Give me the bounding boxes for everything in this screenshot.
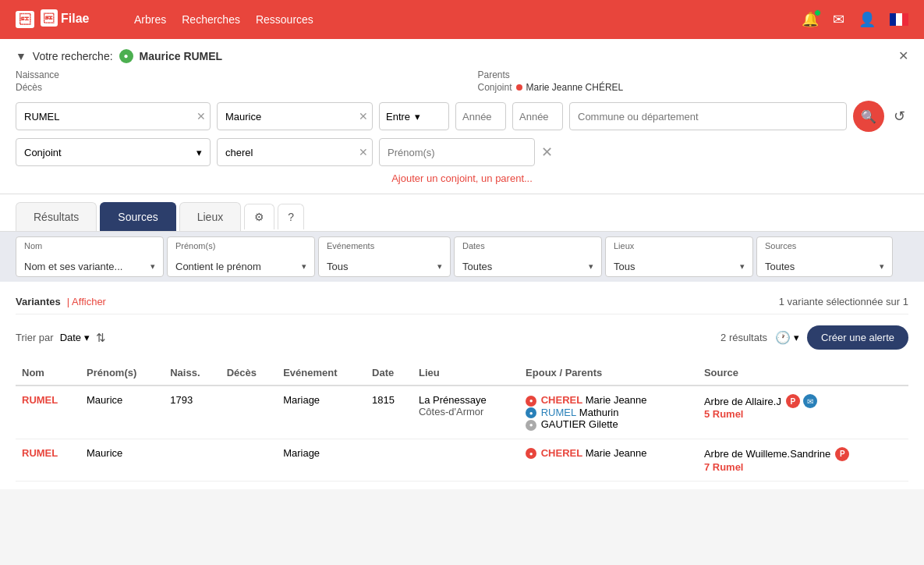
conjoint-name: Marie Jeanne CHÉREL [526,82,624,93]
trier-chevron [84,332,90,343]
col-evenement: Evénement [277,361,366,386]
mail-header-icon[interactable]: ✉ [833,11,844,28]
row2-naissance [164,439,220,481]
naissance-label: Naissance [16,69,447,80]
filter-lieux[interactable]: Lieux Tous [605,236,753,277]
filter-sources-inner: Toutes [765,261,884,272]
rumel-link-1[interactable]: RUMEL [541,407,577,418]
filter-evenements[interactable]: Evénements Tous [318,236,451,277]
header-icons: 🔔 ✉ 👤 [802,11,908,28]
relation-select[interactable]: Conjoint [16,138,211,166]
flag-white [896,13,902,26]
parents-label: Parents [478,69,909,80]
col-prenom: Prénom(s) [80,361,164,386]
row1-nom-link[interactable]: RUMEL [22,394,58,406]
svg-text:Filae: Filae [61,12,90,25]
language-flag[interactable] [890,13,908,26]
person-icon: ● [119,49,133,63]
commune-input[interactable] [569,102,847,130]
filter-tab-icon[interactable]: ⚙ [244,204,274,229]
prenom-clear-button[interactable]: ✕ [359,110,368,123]
nom-clear-button[interactable]: ✕ [196,110,206,123]
source-mail-icon-1[interactable]: ✉ [803,394,817,408]
nom-input[interactable] [16,102,211,130]
annee1-input[interactable] [455,102,506,130]
history-select[interactable]: 🕐 [775,330,799,345]
table-body: RUMEL Maurice 1793 Mariage 1815 La Préne… [16,386,908,481]
row2-deces [221,439,277,481]
entre-label: Entre [386,111,410,123]
row2-prenom: Maurice [80,439,164,481]
conjoint-row-clear-button[interactable]: ✕ [541,144,553,161]
conjoint-prenom-input[interactable] [379,138,535,166]
close-search-button[interactable]: ✕ [898,48,908,63]
col-date: Date [366,361,412,386]
conjoint-nom-input[interactable] [217,138,373,166]
filter-evt-inner: Tous [327,261,442,272]
filter-nom-label: Nom [24,241,42,251]
reset-button[interactable]: ↺ [890,105,908,128]
tab-sources[interactable]: Sources [100,202,175,231]
tab-lieux[interactable]: Lieux [179,202,241,231]
filters-bar: Nom Nom et ses variante... Prénom(s) Con… [0,232,924,282]
row2-nom-link[interactable]: RUMEL [22,447,58,459]
nav-arbres[interactable]: Arbres [134,13,166,26]
history-icon: 🕐 [775,330,791,345]
col-epoux: Epoux / Parents [519,361,698,386]
flag-blue [890,13,896,26]
search-button[interactable]: 🔍 [853,101,884,132]
deces-label: Décès [16,82,42,93]
variantes-afficher-link[interactable]: | Afficher [67,296,106,307]
user-icon[interactable]: 👤 [859,11,876,28]
row1-nom[interactable]: RUMEL [16,386,80,439]
entre-select[interactable]: Entre [379,102,449,130]
conjoint-nom-clear[interactable]: ✕ [359,146,368,158]
row2-nom[interactable]: RUMEL [16,439,80,481]
filter-prenom[interactable]: Prénom(s) Contient le prénom [167,236,315,277]
entre-chevron [415,111,420,123]
history-chevron [794,332,799,343]
nav-ressources[interactable]: Ressources [256,13,313,26]
source-num-2[interactable]: 7 Rumel [704,461,744,473]
row2-source-num: 7 Rumel [704,461,902,473]
add-conjoint-link[interactable]: Ajouter un conjoint, un parent... [16,172,908,184]
sort-direction-icon[interactable]: ⇅ [96,331,106,345]
source-num-1[interactable]: 5 Rumel [704,408,744,420]
collapse-chevron[interactable]: ▼ [16,50,27,62]
filter-nom-value: Nom et ses variante... [24,261,122,272]
filter-evt-chevron [437,261,442,272]
nav-recherches[interactable]: Recherches [182,13,240,26]
filter-sources-value: Toutes [765,261,795,272]
filter-dates-inner: Toutes [462,261,593,272]
help-tab-icon[interactable]: ? [278,204,304,229]
parent3: ● GAUTIER Gilette [526,418,692,431]
notification-icon[interactable]: 🔔 [802,11,819,28]
annee2-input[interactable] [512,102,563,130]
person-gray-icon-1: ● [526,420,536,431]
filter-lieux-value: Tous [614,261,635,272]
row2-source-row: Arbre de Wuilleme.Sandrine P [704,447,902,461]
row2-lieu [412,439,519,481]
logo[interactable]:  ​  Filae [16,7,111,33]
source-badge-p-1: P [786,394,800,408]
nom-input-wrap: ✕ [16,102,211,130]
row1-evenement: Mariage [277,386,366,439]
notification-dot [814,9,821,16]
trier-bar: Trier par Date ⇅ 2 résultats 🕐 Créer une… [16,321,908,354]
trier-label: Trier par [16,332,54,343]
create-alert-button[interactable]: Créer une alerte [807,325,908,350]
filter-dates[interactable]: Dates Toutes [454,236,602,277]
parent2: ● RUMEL Mathurin [526,407,692,419]
trier-select[interactable]: Date [60,332,90,343]
filter-nom-inner: Nom et ses variante... [24,261,155,272]
tab-resultats[interactable]: Résultats [16,202,97,231]
prenom-input[interactable] [217,102,373,130]
filter-nom[interactable]: Nom Nom et ses variante... [16,236,164,277]
filter-dates-chevron [589,261,593,272]
filter-sources[interactable]: Sources Toutes [756,236,893,277]
cherel-link-1[interactable]: CHEREL [541,394,582,406]
person-blue-icon-1: ● [526,407,536,418]
source-name-2: Arbre de Wuilleme.Sandrine [704,448,830,460]
cherel-link-2[interactable]: CHEREL [541,447,582,459]
flag-red [902,13,908,26]
